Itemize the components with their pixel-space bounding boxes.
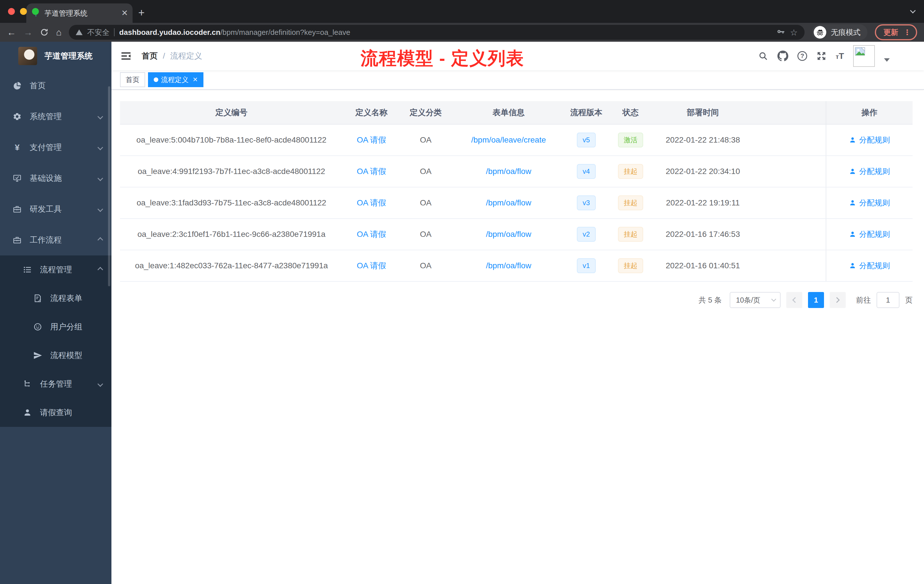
font-size-icon[interactable]: тT [836, 51, 844, 61]
logo-image [18, 47, 37, 65]
url-text[interactable]: dashboard.yudao.iocoder.cn/bpm/manager/d… [119, 28, 350, 37]
sidebar-item-label: 支付管理 [30, 142, 62, 153]
help-icon[interactable]: ? [797, 51, 807, 61]
incognito-badge: 无痕模式 [812, 24, 868, 40]
current-page-button[interactable]: 1 [808, 292, 824, 308]
collapse-sidebar-icon[interactable] [120, 51, 132, 61]
definition-name-link[interactable]: OA 请假 [357, 260, 386, 271]
fullscreen-icon[interactable] [816, 51, 827, 61]
tags-view: 首页 流程定义 ✕ [111, 70, 924, 90]
browser-menu-icon[interactable]: ⋮ [903, 28, 911, 37]
form-icon [33, 294, 42, 303]
sidebar-logo[interactable]: 芋道管理系统 [0, 42, 111, 70]
page-title-annotation: 流程模型 - 定义列表 [361, 46, 524, 70]
minimize-window-button[interactable] [20, 8, 27, 15]
sidebar-item-label: 流程表单 [50, 293, 82, 304]
avatar-caret-icon[interactable] [884, 58, 890, 62]
sidebar-item-payment[interactable]: ¥ 支付管理 [0, 132, 111, 163]
sidebar-item-home[interactable]: 首页 [0, 70, 111, 101]
app-title: 芋道管理系统 [45, 51, 92, 61]
sidebar-item-label: 用户分组 [50, 322, 82, 332]
form-link[interactable]: /bpm/oa/flow [486, 261, 531, 270]
definition-name-link[interactable]: OA 请假 [357, 229, 386, 240]
back-icon[interactable]: ← [7, 28, 16, 37]
password-key-icon[interactable] [776, 28, 785, 37]
prev-page-button[interactable] [786, 292, 802, 308]
sidebar-item-workflow[interactable]: 工作流程 [0, 224, 111, 256]
page-size-select[interactable]: 10条/页 [730, 292, 780, 308]
browser-toolbar: ← → ⌂ 不安全 dashboard.yudao.iocoder.cn/bpm… [0, 23, 924, 42]
assign-rule-button[interactable]: 分配规则 [849, 229, 890, 239]
col-header-form: 表单信息 [451, 101, 566, 124]
sidebar-scrollbar[interactable] [108, 86, 110, 286]
assign-rule-label: 分配规则 [859, 166, 890, 177]
version-badge: v2 [577, 227, 596, 242]
form-link[interactable]: /bpm/oa/flow [486, 230, 531, 239]
url-bar[interactable]: 不安全 dashboard.yudao.iocoder.cn/bpm/manag… [69, 25, 805, 40]
github-icon[interactable] [777, 51, 788, 61]
sidebar-item-label: 工作流程 [30, 234, 62, 246]
assign-rule-button[interactable]: 分配规则 [849, 261, 890, 271]
form-link[interactable]: /bpm/oa/leave/create [471, 135, 546, 145]
sidebar-item-leave-query[interactable]: 请假查询 [0, 398, 111, 427]
forward-icon[interactable]: → [23, 28, 33, 37]
bookmark-star-icon[interactable]: ☆ [790, 27, 798, 38]
definition-category: OA [400, 125, 451, 155]
sidebar-item-label: 首页 [30, 80, 46, 91]
new-tab-button[interactable]: + [138, 7, 145, 19]
assign-rule-button[interactable]: 分配规则 [849, 135, 890, 145]
sidebar-item-infra[interactable]: 基础设施 [0, 163, 111, 194]
goto-page-input[interactable] [876, 292, 899, 308]
robot-face-icon [33, 322, 42, 332]
tab-search-icon[interactable] [911, 4, 915, 15]
sidebar-item-label: 流程模型 [50, 350, 82, 361]
next-page-button[interactable] [830, 292, 846, 308]
assign-rule-button[interactable]: 分配规则 [849, 198, 890, 208]
definition-name-link[interactable]: OA 请假 [357, 135, 386, 145]
assign-rule-button[interactable]: 分配规则 [849, 166, 890, 177]
definition-category: OA [400, 250, 451, 281]
table-header-row: 定义编号 定义名称 定义分类 表单信息 流程版本 状态 部署时间 操作 [120, 101, 912, 125]
zoom-window-button[interactable] [32, 8, 39, 15]
toolbox-icon [13, 205, 22, 214]
deploy-time: 2022-01-22 21:48:38 [654, 125, 751, 155]
sidebar-item-devtools[interactable]: 研发工具 [0, 194, 111, 224]
url-path: /bpm/manager/definition?key=oa_leave [220, 28, 350, 36]
close-window-button[interactable] [8, 8, 15, 15]
status-badge: 激活 [618, 133, 643, 147]
breadcrumb-home[interactable]: 首页 [142, 51, 158, 61]
sidebar-item-label: 基础设施 [30, 173, 62, 184]
assign-rule-label: 分配规则 [859, 229, 890, 239]
col-header-version: 流程版本 [566, 101, 607, 124]
browser-tab[interactable]: 芋道管理系统 ✕ [26, 3, 132, 23]
chevron-down-icon [771, 297, 776, 302]
tag-home[interactable]: 首页 [120, 72, 145, 87]
tab-close-icon[interactable]: ✕ [121, 9, 128, 17]
window-controls[interactable] [8, 8, 39, 15]
sidebar-item-process-manage[interactable]: 流程管理 [0, 256, 111, 284]
definition-name-link[interactable]: OA 请假 [357, 166, 386, 177]
toolbox-icon [13, 236, 22, 244]
form-link[interactable]: /bpm/oa/flow [486, 167, 531, 176]
sidebar-item-process-model[interactable]: 流程模型 [0, 341, 111, 370]
browser-update-button[interactable]: 更新 ⋮ [875, 24, 917, 40]
form-link[interactable]: /bpm/oa/flow [486, 198, 531, 208]
incognito-label: 无痕模式 [831, 27, 861, 38]
sidebar-item-task-manage[interactable]: 任务管理 [0, 370, 111, 398]
tag-process-definition[interactable]: 流程定义 ✕ [148, 72, 203, 87]
search-icon[interactable] [758, 51, 768, 61]
chevron-down-icon [97, 145, 103, 150]
sidebar-item-process-form[interactable]: 流程表单 [0, 284, 111, 313]
status-badge: 挂起 [618, 227, 643, 242]
deploy-time: 2022-01-22 20:34:10 [654, 156, 751, 187]
definition-name-link[interactable]: OA 请假 [357, 198, 386, 208]
avatar[interactable] [853, 45, 875, 67]
home-icon[interactable]: ⌂ [56, 28, 61, 37]
definition-id: oa_leave:4:991f2193-7b7f-11ec-a3c8-acde4… [120, 156, 343, 187]
status-badge: 挂起 [618, 164, 643, 179]
not-secure-warning-icon [76, 30, 82, 35]
sidebar-item-system[interactable]: 系统管理 [0, 101, 111, 132]
tag-close-icon[interactable]: ✕ [193, 76, 198, 83]
sidebar-item-user-group[interactable]: 用户分组 [0, 313, 111, 341]
reload-icon[interactable] [40, 28, 49, 36]
